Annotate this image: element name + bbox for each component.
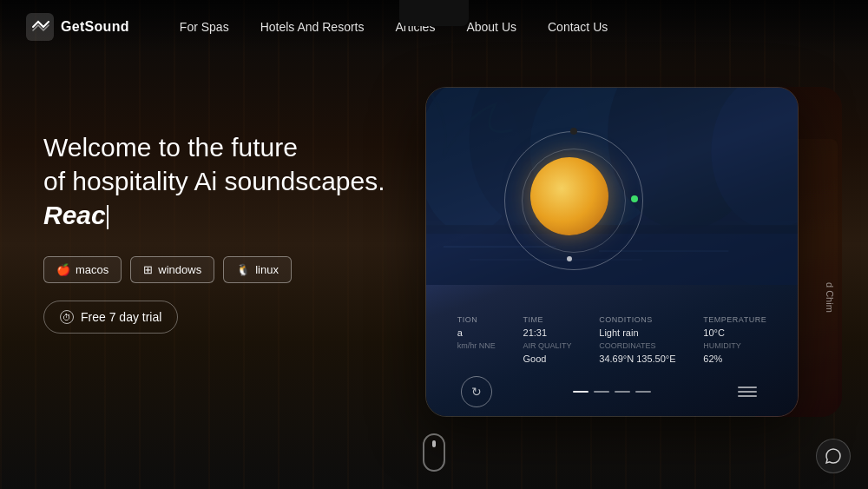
windows-icon: ⊞: [143, 263, 153, 276]
data-conditions: CONDITIONS Light rain COORDINATES 34.69°…: [599, 315, 675, 364]
conditions-label: CONDITIONS: [599, 315, 675, 324]
chat-icon: [825, 447, 842, 465]
coordinates-label: COORDINATES: [599, 341, 675, 350]
time-label: TIME: [523, 315, 572, 324]
air-quality-label: AIR QUALITY: [523, 341, 572, 350]
dot-3: [615, 391, 630, 393]
data-temperature: TEMPERATURE 10°C HUMIDITY 62%: [703, 315, 766, 364]
humidity-value: 62%: [703, 354, 766, 364]
dot-1: [573, 391, 589, 393]
logo[interactable]: GetSound: [26, 13, 129, 41]
os-buttons: 🍎 macos ⊞ windows 🐧 linux: [43, 256, 385, 283]
chat-button[interactable]: [816, 439, 851, 473]
time-value: 21:31: [523, 327, 572, 338]
wind-value: km/hr NNE: [457, 341, 496, 350]
apple-icon: 🍎: [56, 263, 70, 276]
layer-line-1: [738, 387, 757, 388]
layer-line-2: [738, 391, 757, 393]
location-label: TION: [457, 315, 496, 324]
app-bottom-controls: ↻: [426, 376, 798, 407]
dot-4: [635, 391, 651, 393]
dot-2: [594, 391, 609, 393]
nav-for-spas[interactable]: For Spas: [164, 0, 245, 54]
inner-orbit: [522, 149, 626, 253]
scroll-dot: [432, 440, 436, 447]
temperature-label: TEMPERATURE: [703, 315, 766, 324]
location-value: a: [457, 327, 496, 338]
clock-icon: ⏱: [60, 310, 74, 324]
hero-title-line2: of hospitality Ai soundscapes.: [43, 167, 385, 195]
windows-label: windows: [158, 263, 201, 276]
nav-hotels-resorts[interactable]: Hotels And Resorts: [245, 0, 380, 54]
orbit-dot-white: [567, 256, 572, 261]
app-data-overlay: TION a km/hr NNE TIME 21:31 AIR QUALITY …: [426, 315, 798, 364]
moon-container: [530, 157, 608, 235]
top-bar-decoration: [399, 0, 469, 26]
layer-line-3: [738, 395, 757, 397]
windows-button[interactable]: ⊞ windows: [130, 256, 214, 283]
app-preview-card: TION a km/hr NNE TIME 21:31 AIR QUALITY …: [425, 87, 799, 417]
linux-button[interactable]: 🐧 linux: [223, 256, 292, 283]
coordinates-value: 34.69°N 135.50°E: [599, 354, 675, 364]
hero-title-line1: Welcome to the future: [43, 133, 298, 162]
data-location: TION a km/hr NNE: [457, 315, 496, 364]
orbit-dot-green: [631, 195, 638, 202]
layers-button[interactable]: [732, 376, 763, 407]
air-quality-value: Good: [523, 354, 572, 364]
brand-name: GetSound: [61, 19, 129, 35]
macos-button[interactable]: 🍎 macos: [43, 256, 122, 283]
orbit-dot-dark: [570, 128, 577, 135]
scroll-indicator[interactable]: [423, 433, 445, 472]
linux-label: linux: [255, 263, 279, 276]
temperature-value: 10°C: [703, 327, 766, 338]
data-time: TIME 21:31 AIR QUALITY Good: [523, 315, 572, 364]
nav-contact-us[interactable]: Contact Us: [532, 0, 623, 54]
cursor: [107, 205, 108, 229]
refresh-button[interactable]: ↻: [461, 376, 492, 407]
logo-icon: [26, 13, 54, 41]
hero-title-animated: Reac: [43, 201, 108, 229]
nav-links: For Spas Hotels And Resorts Articles Abo…: [164, 0, 623, 54]
linux-icon: 🐧: [236, 263, 250, 276]
humidity-label: HUMIDITY: [703, 341, 766, 350]
scroll-oval: [423, 433, 445, 472]
hero-title: Welcome to the future of hospitality Ai …: [43, 130, 385, 232]
trial-label: Free 7 day trial: [81, 310, 161, 324]
hero-section: Welcome to the future of hospitality Ai …: [43, 130, 385, 334]
trial-button[interactable]: ⏱ Free 7 day trial: [43, 301, 178, 334]
macos-label: macos: [76, 263, 108, 276]
page-dots: [573, 391, 651, 393]
conditions-value: Light rain: [599, 327, 675, 338]
next-card-label: d Chim: [825, 282, 835, 313]
